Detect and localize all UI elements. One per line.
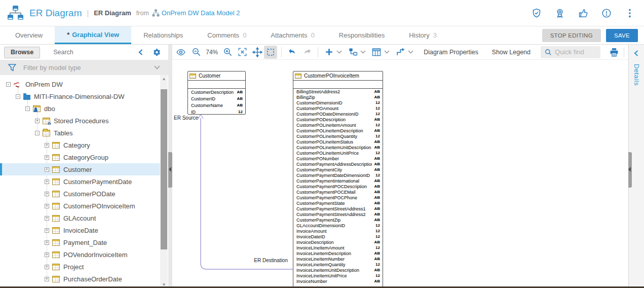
scroll-up-icon[interactable]: ▲ — [160, 75, 168, 82]
tree-item[interactable]: + CustomerPOInvoiceItem — [0, 200, 160, 212]
zoom-in-icon[interactable] — [221, 46, 234, 59]
tree-item[interactable]: + GLAccount — [0, 212, 160, 224]
entity-customerpoinvoiceitem[interactable]: CustomerPOInvoiceItem BillingStreetAddre… — [293, 71, 383, 286]
tree-item[interactable]: + Stored Procedures — [0, 115, 160, 127]
tree-expander-icon[interactable]: - — [16, 94, 20, 99]
entity-column-row[interactable]: CustomerPOLineItemQuantity 12 — [293, 133, 383, 139]
tree-expander-icon[interactable]: + — [45, 143, 49, 148]
diagram-canvas[interactable]: ER Source ER Destination Customer Custom… — [172, 60, 628, 286]
tree-expander-icon[interactable]: + — [45, 155, 49, 160]
chevron-down-icon[interactable] — [384, 50, 390, 54]
tree-expander-icon[interactable]: - — [35, 131, 40, 135]
tree-expander-icon[interactable]: + — [45, 228, 49, 233]
thumbs-up-icon[interactable] — [577, 7, 589, 19]
tree-item[interactable]: - OnPrem DW — [0, 78, 160, 90]
tree-item[interactable]: + Project — [0, 261, 160, 273]
sidebar-splitter[interactable] — [168, 45, 172, 288]
add-entity-icon[interactable] — [322, 46, 335, 59]
tab[interactable]: Comments 0 — [195, 26, 258, 44]
gear-icon[interactable] — [153, 48, 161, 57]
entity-column-row[interactable]: CustomerPONumber AB — [293, 156, 383, 161]
entity-column-row[interactable]: InvoiceLIneItemAmount 12 — [293, 245, 383, 250]
tree-item[interactable]: + POVendorInvoiceItem — [0, 248, 160, 261]
entity-column-row[interactable]: InvoiceLineItemQuantity 12 — [293, 262, 383, 267]
diagram-properties-button[interactable]: Diagram Properties — [424, 49, 478, 56]
eye-icon[interactable] — [174, 46, 187, 59]
entity-column-row[interactable]: BillingStreetAddress2 AB — [293, 89, 383, 94]
entity-column-row[interactable]: InvoiceLineItemNumber AB — [293, 256, 383, 262]
marquee-select-icon[interactable] — [264, 46, 277, 59]
stop-editing-button[interactable]: STOP EDITING — [542, 29, 601, 42]
entity-column-row[interactable]: CustomerPOLineItemAmount 12 — [293, 122, 383, 128]
entity-customer[interactable]: Customer CustomerDescription AB Customer… — [187, 71, 246, 115]
chevron-down-icon[interactable] — [360, 50, 366, 54]
model-link[interactable]: OnPrem DW Data Model 2 — [162, 9, 240, 17]
tree-item[interactable]: + Category — [0, 139, 160, 151]
tab[interactable]: Relationships — [131, 26, 195, 44]
entity-column-row[interactable]: CustomerPaymentPOCEMail AB — [293, 189, 383, 195]
entity-column-row[interactable]: CustomerPaymentPOCDescription AB — [293, 184, 383, 189]
auto-layout-icon[interactable] — [346, 46, 359, 59]
tree-expander-icon[interactable]: + — [45, 167, 49, 172]
shield-check-icon[interactable] — [531, 7, 543, 19]
table-options-icon[interactable] — [370, 46, 383, 59]
entity-column-row[interactable]: InvoiceAmount 12 — [293, 228, 383, 234]
scrollbar-thumb[interactable] — [161, 89, 167, 249]
tree-expander-icon[interactable]: + — [45, 277, 49, 281]
entity-column-row[interactable]: CustomerPODateDimensionID 12 — [293, 111, 383, 117]
entity-column-row[interactable]: CustomerPaymentCity AB — [293, 167, 383, 172]
kebab-menu-icon[interactable] — [624, 7, 636, 19]
tab[interactable]: Responsibilities — [327, 26, 397, 44]
browse-tab[interactable]: Browse — [4, 47, 40, 58]
tab[interactable]: History 3 — [397, 26, 449, 44]
tree-item[interactable]: - dbo — [0, 102, 160, 115]
entity-column-row[interactable]: CustomerPaymentAddressDescription AB — [293, 161, 383, 167]
entity-column-row[interactable]: InvoiceDateID 12 — [293, 234, 383, 239]
tree-item[interactable]: + PurchaseOrderDate — [0, 273, 160, 285]
entity-column-row[interactable]: CustomerPOLineItemUnitDescription AB — [293, 145, 383, 150]
tree-expander-icon[interactable]: + — [45, 253, 49, 257]
entity-column-row[interactable]: CustomerPOAmount 12 — [293, 105, 383, 111]
tree-expander-icon[interactable]: + — [45, 240, 49, 245]
save-button[interactable]: SAVE — [606, 29, 638, 42]
entity-column-row[interactable]: ID 12 — [188, 109, 245, 115]
tree-item[interactable]: - Tables — [0, 127, 160, 139]
collapse-sidebar-icon[interactable] — [137, 49, 144, 56]
tree-item[interactable]: + CustomerPODate — [0, 188, 160, 200]
tree-item[interactable]: - MITI-Finance-Dimensional-DW — [0, 90, 160, 102]
award-ribbon-icon[interactable] — [554, 7, 566, 19]
entity-column-row[interactable]: CustomerPaymentStreetAddress2 AB — [293, 211, 383, 217]
entity-column-row[interactable]: CustomerPODescription AB — [293, 117, 383, 122]
tree-item[interactable]: + CategoryGroup — [0, 151, 160, 163]
entity-column-row[interactable]: CustomerPaymentDateDimensionID 12 — [293, 172, 383, 178]
chevron-down-icon[interactable] — [408, 50, 413, 54]
entity-column-row[interactable]: CustomerPaymentZip AB — [293, 217, 383, 223]
entity-column-row[interactable]: InvoiceLineItemUnitDescription AB — [293, 267, 383, 273]
expand-details-icon[interactable] — [633, 50, 640, 57]
tree-expander-icon[interactable]: + — [45, 204, 49, 208]
entity-column-row[interactable]: CustomerPaymentInternational AB — [293, 178, 383, 184]
entity-column-row[interactable]: CustomerPaymentState AB — [293, 200, 383, 206]
entity-column-row[interactable]: InvoiceNumber AB — [293, 278, 383, 284]
tree-expander-icon[interactable]: + — [45, 179, 49, 184]
tree-expander-icon[interactable]: + — [45, 216, 49, 221]
filter-by-model-type-dropdown[interactable]: Filter by model type — [0, 60, 168, 75]
entity-column-row[interactable]: CustomerID AB — [188, 95, 245, 102]
chevron-down-icon[interactable] — [336, 50, 342, 54]
redo-icon[interactable] — [300, 46, 314, 59]
tree-item[interactable]: + Customer — [0, 163, 160, 175]
entity-column-row[interactable]: CustomerPOLineItemDescription AB — [293, 128, 383, 133]
quick-find-input[interactable] — [555, 48, 597, 56]
tree-scrollbar[interactable]: ▲ ▼ — [160, 75, 168, 288]
entity-column-row[interactable]: CustomerPOLineItemUnitPrice 12 — [293, 150, 383, 156]
search-tab[interactable]: Search — [53, 49, 73, 56]
details-panel-collapsed[interactable]: Details — [628, 45, 644, 288]
zoom-out-icon[interactable] — [190, 46, 203, 59]
tree-expander-icon[interactable]: - — [25, 106, 30, 111]
fit-to-screen-icon[interactable] — [236, 46, 249, 59]
entity-column-row[interactable]: InvoiceDescription AB — [293, 239, 383, 245]
relationship-icon[interactable] — [394, 46, 407, 59]
pan-icon[interactable] — [251, 46, 264, 59]
sidebar-collapse-handle[interactable] — [168, 152, 172, 188]
tab[interactable]: Overview — [3, 26, 55, 44]
